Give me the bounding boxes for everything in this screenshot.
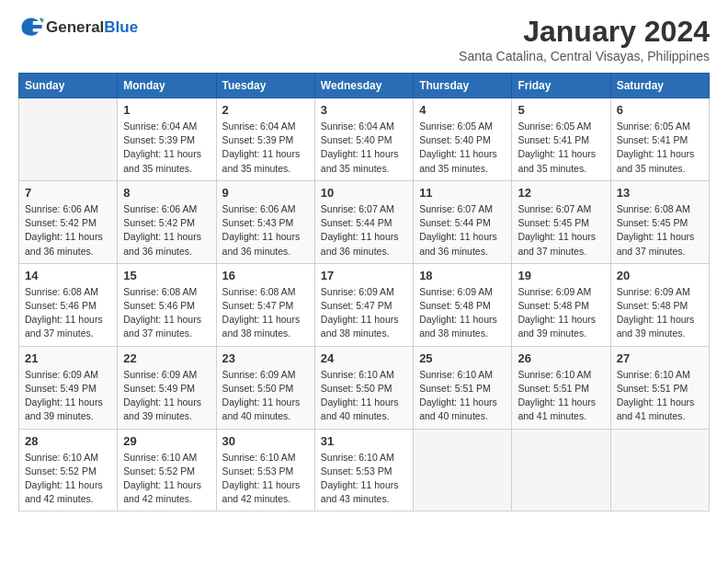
day-info: Sunrise: 6:10 AM Sunset: 5:53 PM Dayligh… — [222, 451, 309, 507]
day-info: Sunrise: 6:05 AM Sunset: 5:41 PM Dayligh… — [617, 120, 703, 176]
day-info: Sunrise: 6:04 AM Sunset: 5:39 PM Dayligh… — [123, 120, 210, 176]
day-number: 24 — [321, 351, 407, 365]
calendar-cell: 12Sunrise: 6:07 AM Sunset: 5:45 PM Dayli… — [512, 180, 610, 263]
calendar-cell: 23Sunrise: 6:09 AM Sunset: 5:50 PM Dayli… — [216, 346, 314, 429]
calendar-week-5: 28Sunrise: 6:10 AM Sunset: 5:52 PM Dayli… — [19, 429, 710, 511]
weekday-header-row: SundayMondayTuesdayWednesdayThursdayFrid… — [19, 74, 710, 98]
calendar-cell — [414, 429, 512, 511]
calendar-cell: 3Sunrise: 6:04 AM Sunset: 5:40 PM Daylig… — [314, 98, 413, 181]
day-number: 3 — [321, 103, 407, 117]
day-info: Sunrise: 6:08 AM Sunset: 5:46 PM Dayligh… — [123, 285, 210, 341]
weekday-header-saturday: Saturday — [610, 74, 709, 98]
day-number: 31 — [321, 434, 407, 448]
weekday-header-thursday: Thursday — [414, 74, 512, 98]
calendar-title: January 2024 — [459, 15, 710, 49]
day-info: Sunrise: 6:06 AM Sunset: 5:42 PM Dayligh… — [25, 202, 111, 259]
calendar-week-3: 14Sunrise: 6:08 AM Sunset: 5:46 PM Dayli… — [19, 263, 710, 346]
calendar-cell: 26Sunrise: 6:10 AM Sunset: 5:51 PM Dayli… — [512, 346, 610, 429]
day-info: Sunrise: 6:10 AM Sunset: 5:52 PM Dayligh… — [25, 451, 111, 507]
day-info: Sunrise: 6:09 AM Sunset: 5:48 PM Dayligh… — [617, 285, 703, 341]
calendar-cell: 31Sunrise: 6:10 AM Sunset: 5:53 PM Dayli… — [314, 429, 413, 511]
day-info: Sunrise: 6:04 AM Sunset: 5:39 PM Dayligh… — [222, 120, 309, 176]
day-info: Sunrise: 6:10 AM Sunset: 5:52 PM Dayligh… — [123, 451, 210, 507]
calendar-cell — [610, 429, 709, 511]
day-number: 21 — [25, 351, 111, 365]
day-number: 14 — [25, 269, 111, 282]
day-info: Sunrise: 6:10 AM Sunset: 5:51 PM Dayligh… — [617, 368, 703, 424]
day-number: 20 — [617, 269, 703, 282]
calendar-cell — [512, 429, 610, 511]
day-number: 15 — [123, 269, 210, 282]
day-number: 13 — [617, 186, 703, 200]
day-info: Sunrise: 6:10 AM Sunset: 5:50 PM Dayligh… — [321, 368, 407, 424]
day-number: 27 — [617, 351, 703, 365]
day-info: Sunrise: 6:07 AM Sunset: 5:44 PM Dayligh… — [419, 202, 506, 259]
day-info: Sunrise: 6:08 AM Sunset: 5:45 PM Dayligh… — [617, 202, 703, 259]
day-number: 22 — [123, 351, 210, 365]
day-info: Sunrise: 6:06 AM Sunset: 5:42 PM Dayligh… — [123, 202, 210, 259]
calendar-week-1: 1Sunrise: 6:04 AM Sunset: 5:39 PM Daylig… — [19, 98, 710, 181]
calendar-cell: 9Sunrise: 6:06 AM Sunset: 5:43 PM Daylig… — [216, 180, 314, 263]
calendar-cell: 7Sunrise: 6:06 AM Sunset: 5:42 PM Daylig… — [19, 180, 118, 263]
calendar-table: SundayMondayTuesdayWednesdayThursdayFrid… — [18, 73, 710, 511]
weekday-header-tuesday: Tuesday — [216, 74, 314, 98]
calendar-cell: 17Sunrise: 6:09 AM Sunset: 5:47 PM Dayli… — [314, 263, 413, 346]
calendar-cell: 13Sunrise: 6:08 AM Sunset: 5:45 PM Dayli… — [610, 180, 709, 263]
day-number: 1 — [123, 103, 210, 117]
day-info: Sunrise: 6:09 AM Sunset: 5:49 PM Dayligh… — [25, 368, 111, 424]
day-number: 18 — [419, 269, 506, 282]
day-info: Sunrise: 6:09 AM Sunset: 5:49 PM Dayligh… — [123, 368, 210, 424]
day-number: 7 — [25, 186, 111, 200]
title-section: January 2024 Santa Catalina, Central Vis… — [459, 15, 710, 63]
day-info: Sunrise: 6:10 AM Sunset: 5:53 PM Dayligh… — [321, 451, 407, 507]
calendar-cell: 22Sunrise: 6:09 AM Sunset: 5:49 PM Dayli… — [118, 346, 216, 429]
weekday-header-wednesday: Wednesday — [314, 74, 413, 98]
day-number: 28 — [25, 434, 111, 448]
calendar-cell: 24Sunrise: 6:10 AM Sunset: 5:50 PM Dayli… — [314, 346, 413, 429]
day-info: Sunrise: 6:05 AM Sunset: 5:40 PM Dayligh… — [419, 120, 506, 176]
calendar-cell: 19Sunrise: 6:09 AM Sunset: 5:48 PM Dayli… — [512, 263, 610, 346]
calendar-cell: 20Sunrise: 6:09 AM Sunset: 5:48 PM Dayli… — [610, 263, 709, 346]
day-info: Sunrise: 6:04 AM Sunset: 5:40 PM Dayligh… — [321, 120, 407, 176]
calendar-cell: 2Sunrise: 6:04 AM Sunset: 5:39 PM Daylig… — [216, 98, 314, 181]
day-number: 26 — [518, 351, 604, 365]
day-number: 19 — [518, 269, 604, 282]
calendar-cell: 18Sunrise: 6:09 AM Sunset: 5:48 PM Dayli… — [414, 263, 512, 346]
calendar-subtitle: Santa Catalina, Central Visayas, Philipp… — [459, 49, 710, 63]
day-info: Sunrise: 6:09 AM Sunset: 5:48 PM Dayligh… — [419, 285, 506, 341]
day-number: 12 — [518, 186, 604, 200]
calendar-cell: 6Sunrise: 6:05 AM Sunset: 5:41 PM Daylig… — [610, 98, 709, 181]
day-info: Sunrise: 6:07 AM Sunset: 5:44 PM Dayligh… — [321, 202, 407, 259]
day-info: Sunrise: 6:09 AM Sunset: 5:47 PM Dayligh… — [321, 285, 407, 341]
day-info: Sunrise: 6:05 AM Sunset: 5:41 PM Dayligh… — [518, 120, 604, 176]
day-info: Sunrise: 6:08 AM Sunset: 5:46 PM Dayligh… — [25, 285, 111, 341]
day-number: 11 — [419, 186, 506, 200]
day-number: 29 — [123, 434, 210, 448]
calendar-cell: 16Sunrise: 6:08 AM Sunset: 5:47 PM Dayli… — [216, 263, 314, 346]
calendar-cell: 30Sunrise: 6:10 AM Sunset: 5:53 PM Dayli… — [216, 429, 314, 511]
calendar-cell: 27Sunrise: 6:10 AM Sunset: 5:51 PM Dayli… — [610, 346, 709, 429]
day-info: Sunrise: 6:09 AM Sunset: 5:48 PM Dayligh… — [518, 285, 604, 341]
calendar-week-4: 21Sunrise: 6:09 AM Sunset: 5:49 PM Dayli… — [19, 346, 710, 429]
day-number: 10 — [321, 186, 407, 200]
calendar-cell: 21Sunrise: 6:09 AM Sunset: 5:49 PM Dayli… — [19, 346, 118, 429]
day-number: 16 — [222, 269, 309, 282]
logo-icon — [18, 15, 44, 40]
calendar-cell: 28Sunrise: 6:10 AM Sunset: 5:52 PM Dayli… — [19, 429, 118, 511]
day-number: 17 — [321, 269, 407, 282]
day-info: Sunrise: 6:07 AM Sunset: 5:45 PM Dayligh… — [518, 202, 604, 259]
calendar-cell: 4Sunrise: 6:05 AM Sunset: 5:40 PM Daylig… — [414, 98, 512, 181]
day-info: Sunrise: 6:10 AM Sunset: 5:51 PM Dayligh… — [419, 368, 506, 424]
calendar-cell — [19, 98, 118, 181]
calendar-cell: 15Sunrise: 6:08 AM Sunset: 5:46 PM Dayli… — [118, 263, 216, 346]
logo: General Blue — [18, 15, 138, 40]
calendar-cell: 10Sunrise: 6:07 AM Sunset: 5:44 PM Dayli… — [314, 180, 413, 263]
page-header: General Blue January 2024 Santa Catalina… — [18, 15, 710, 63]
day-info: Sunrise: 6:09 AM Sunset: 5:50 PM Dayligh… — [222, 368, 309, 424]
day-number: 9 — [222, 186, 309, 200]
day-number: 5 — [518, 103, 604, 117]
day-number: 30 — [222, 434, 309, 448]
weekday-header-sunday: Sunday — [19, 74, 118, 98]
day-number: 25 — [419, 351, 506, 365]
calendar-week-2: 7Sunrise: 6:06 AM Sunset: 5:42 PM Daylig… — [19, 180, 710, 263]
